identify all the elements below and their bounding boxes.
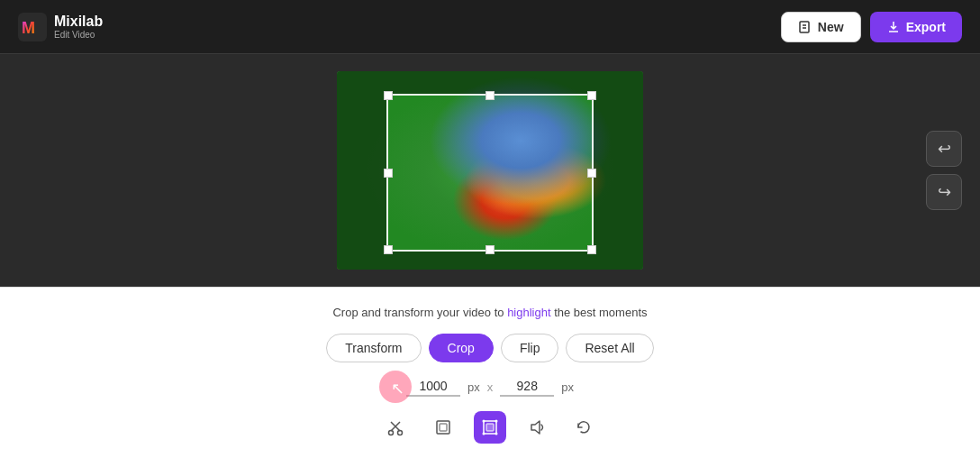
crop-handle-br[interactable]: [587, 245, 596, 254]
tab-flip[interactable]: Flip: [501, 334, 559, 362]
transform-icon: [481, 418, 499, 436]
cursor-icon: ↖: [391, 379, 404, 398]
crop-handle-tl[interactable]: [384, 91, 393, 100]
tab-transform[interactable]: Transform: [326, 334, 421, 362]
redo-icon: ↪: [938, 182, 951, 202]
logo-text: Mixilab Edit Video: [54, 14, 103, 40]
cut-icon: [387, 418, 405, 436]
crop-handle-ml[interactable]: [384, 169, 393, 178]
svg-rect-9: [440, 424, 447, 431]
history-icon: [575, 418, 593, 436]
export-icon: [886, 20, 901, 34]
mask-bottom: [337, 252, 643, 270]
toolbar-row: [380, 411, 600, 444]
description-text: Crop and transform your video to highlig…: [332, 306, 647, 319]
tool-audio[interactable]: [521, 411, 553, 444]
crop-overlay: [337, 71, 643, 270]
crop-frame-icon: [434, 418, 452, 436]
crop-handle-mr[interactable]: [587, 169, 596, 178]
undo-button[interactable]: ↩: [926, 131, 962, 167]
top-bar: M Mixilab Edit Video New: [0, 0, 980, 54]
crop-box[interactable]: [386, 94, 594, 252]
svg-rect-2: [800, 22, 809, 32]
video-container[interactable]: [337, 71, 643, 270]
svg-point-12: [483, 420, 485, 423]
tab-crop[interactable]: Crop: [429, 334, 494, 362]
width-input[interactable]: [406, 377, 460, 397]
tool-cut[interactable]: [380, 411, 413, 444]
dimension-separator: x: [487, 380, 494, 394]
side-controls: ↩ ↪: [926, 131, 962, 210]
crop-handle-tm[interactable]: [485, 91, 495, 100]
highlight-word: highlight: [507, 306, 550, 319]
tool-history[interactable]: [567, 411, 600, 444]
tab-reset-all[interactable]: Reset All: [566, 334, 653, 362]
new-button[interactable]: New: [781, 12, 861, 42]
header-actions: New Export: [781, 12, 962, 42]
logo-area: M Mixilab Edit Video: [18, 13, 103, 41]
height-input[interactable]: [500, 377, 554, 397]
undo-icon: ↩: [938, 139, 951, 159]
mask-left: [337, 94, 386, 252]
width-unit: px: [467, 380, 480, 394]
mask-right: [594, 94, 643, 252]
video-area: ↩ ↪: [0, 54, 980, 287]
app-subtitle: Edit Video: [54, 30, 103, 40]
mixilab-logo: M: [18, 13, 47, 41]
bottom-panel: Crop and transform your video to highlig…: [0, 287, 980, 458]
svg-rect-11: [486, 424, 494, 431]
tool-transform[interactable]: [474, 411, 506, 444]
redo-button[interactable]: ↪: [926, 174, 962, 210]
tool-crop-frame[interactable]: [427, 411, 459, 444]
crop-handle-tr[interactable]: [587, 91, 596, 100]
svg-point-14: [483, 433, 485, 435]
new-icon: [798, 20, 812, 34]
svg-marker-16: [531, 421, 540, 434]
svg-point-15: [495, 433, 498, 435]
height-unit: px: [561, 380, 574, 394]
svg-point-13: [495, 420, 498, 423]
tab-row: Transform Crop Flip Reset All: [326, 334, 653, 362]
dimension-row: ↖ px x px: [406, 377, 574, 397]
svg-text:M: M: [22, 19, 35, 37]
svg-point-7: [398, 431, 403, 435]
click-indicator: ↖: [379, 371, 412, 403]
svg-rect-8: [437, 421, 449, 434]
audio-icon: [528, 418, 546, 436]
svg-point-6: [389, 431, 394, 435]
crop-handle-bm[interactable]: [485, 245, 495, 254]
crop-handle-bl[interactable]: [384, 245, 393, 254]
brand-name: Mixilab: [54, 14, 103, 30]
export-button[interactable]: Export: [870, 12, 962, 42]
